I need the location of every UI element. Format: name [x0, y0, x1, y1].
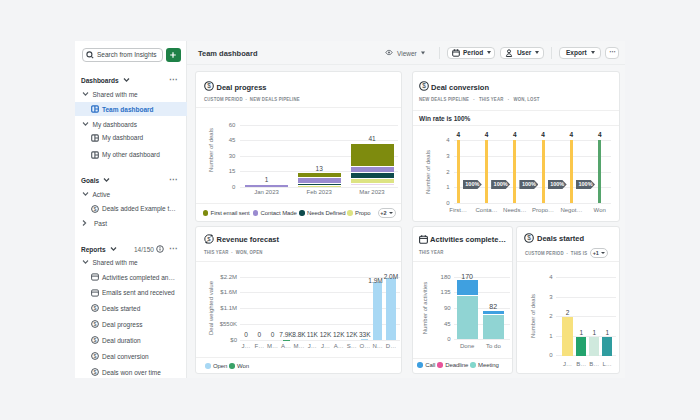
svg-text:$: $: [94, 337, 97, 343]
svg-text:$: $: [94, 353, 97, 359]
svg-text:$: $: [527, 234, 531, 241]
svg-text:$: $: [422, 82, 426, 89]
svg-text:$: $: [207, 82, 211, 89]
svg-text:$: $: [94, 369, 97, 375]
svg-text:$: $: [207, 236, 211, 242]
svg-text:$: $: [94, 321, 97, 327]
svg-text:$: $: [94, 305, 97, 311]
svg-text:$: $: [94, 206, 97, 212]
